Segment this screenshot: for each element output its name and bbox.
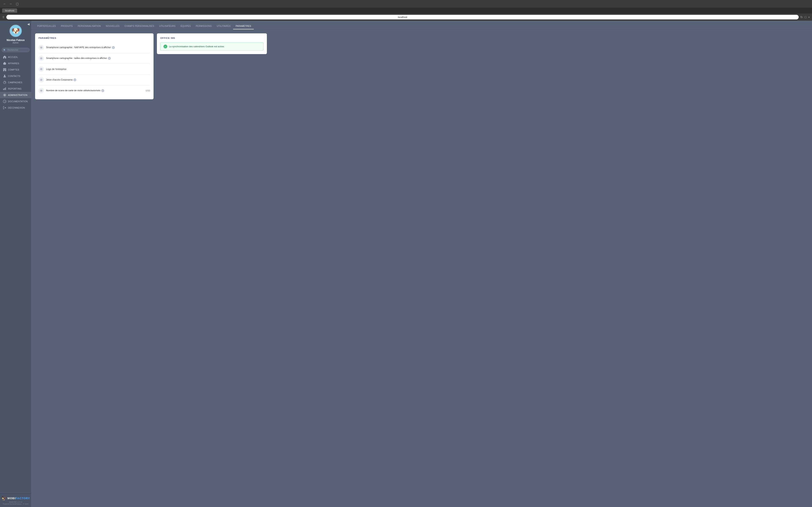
share-button[interactable]: ⇪ [2,15,5,19]
svg-rect-5 [5,69,6,69]
sidebar-item-accueil[interactable]: ACCUEIL [0,54,31,60]
top-nav-item-nouvelles[interactable]: NOUVELLES [103,23,122,30]
svg-rect-12 [3,89,4,90]
main-content: PARAMÈTRES Smartphone cartographie : NAF… [31,30,812,507]
search-icon: 🔍 [3,49,6,51]
office365-card: OFFICE 365 ✓ La synchronisation des cale… [157,34,267,54]
setting-label: Jeton d'accès Corporamai [46,78,150,81]
setting-row-smartphone-cartographie-tailles: Smartphone cartographie : tailles des en… [39,53,150,64]
svg-rect-13 [4,88,5,90]
url-bar[interactable]: localhost [6,15,799,19]
setting-info-icon[interactable]: i [108,57,111,60]
sidebar-item-documentation[interactable]: ? DOCUMENTATION [0,98,31,105]
svg-point-21 [41,69,42,69]
setting-gear-icon [39,45,44,50]
sidebar-item-label: COMPTES [8,69,19,71]
sync-message-text: La synchronisation des calendriers Outlo… [169,45,224,48]
sidebar-item-administration[interactable]: ADMINISTRATION [0,92,31,98]
setting-row-jeton-acces-corporama: Jeton d'accès Corporamai [39,74,150,86]
browser-tab-bar: localhost [0,8,812,13]
sidebar: ◀ 🐶 Nicolas Fatoux Admin 🔍 ACCUEIL AFFAI… [0,21,31,507]
setting-row-smartphone-cartographie-naf: Smartphone cartographie : NAF/APE des en… [39,42,150,53]
top-nav-item-utilisateurs[interactable]: UTILISATEURS [157,23,178,30]
top-nav-item-personnalisation[interactable]: PERSONNALISATION [75,23,103,30]
back-button[interactable]: ← [2,2,7,6]
powered-text: Powered by MobiFactory - © 2020 [2,503,29,505]
svg-rect-9 [4,70,5,71]
settings-list: Smartphone cartographie : NAF/APE des en… [39,42,150,96]
sidebar-item-contacts[interactable]: CONTACTS [0,73,31,79]
sidebar-item-label: ADMINISTRATION [8,94,28,96]
setting-row-logo-entreprise: Logo de l'entreprise [39,64,150,74]
sidebar-item-label: DÉCONNEXION [8,107,25,109]
sidebar-footer: 🦅 MOBIFACTORY MobiCRM v1.0 r0 Powered by… [0,493,31,507]
svg-rect-6 [4,69,4,70]
sidebar-item-campagnes[interactable]: CAMPAGNES [0,79,31,86]
sidebar-item-reporting[interactable]: REPORTING [0,86,31,92]
svg-point-22 [41,79,42,80]
top-nav-item-equipes[interactable]: ÉQUIPES [178,23,193,30]
setting-label: Logo de l'entreprise [46,68,150,70]
top-nav-item-utilitaires[interactable]: UTILITAIRES [214,23,233,30]
circle-question-icon: ? [3,100,6,103]
building-icon [3,68,6,71]
sidebar-item-affaires[interactable]: AFFAIRES [0,60,31,66]
profile-role: Admin [13,42,18,44]
resize-button[interactable]: □ [805,15,806,19]
setting-row-nombre-scans: Nombre de scans de carte de visite utili… [39,86,150,96]
top-nav-item-parametres[interactable]: PARAMÈTRES [233,23,254,30]
sidebar-search: 🔍 [2,48,30,52]
logout-icon [3,106,6,109]
sidebar-item-deconnexion[interactable]: DÉCONNEXION [0,105,31,111]
parametres-card-title: PARAMÈTRES [39,37,150,39]
top-nav-item-portefeuilles[interactable]: PORTEFEUILLES [35,23,58,30]
version-text: MobiCRM v1.0 r0 [2,501,29,503]
setting-value: 0/50 [146,89,150,92]
svg-point-10 [4,75,5,76]
setting-label: Smartphone cartographie : tailles des en… [46,57,150,60]
tab-layout-button[interactable]: ▢ [15,2,20,6]
svg-rect-8 [5,69,6,70]
sidebar-item-label: REPORTING [8,88,21,90]
setting-info-icon[interactable]: i [112,46,115,49]
sidebar-item-label: CONTACTS [8,75,20,77]
setting-gear-icon [39,56,44,61]
sidebar-nav: ACCUEIL AFFAIRES COMPTES CONTACTS CAMPAG… [0,53,31,493]
top-nav: PORTEFEUILLESPRODUITSPERSONNALISATIONNOU… [31,21,812,30]
sidebar-item-label: AFFAIRES [8,62,19,65]
setting-info-icon[interactable]: i [73,78,77,81]
svg-point-19 [41,47,42,48]
top-nav-item-champs-personnalises[interactable]: CHAMPS PERSONNALISÉS [122,23,157,30]
svg-rect-14 [5,88,6,90]
sidebar-item-label: DOCUMENTATION [8,100,28,103]
sidebar-item-label: ACCUEIL [8,56,18,58]
top-nav-item-permissions[interactable]: PERMISSIONS [193,23,214,30]
sidebar-item-comptes[interactable]: COMPTES [0,66,31,73]
forward-button[interactable]: → [8,2,13,6]
gear-icon [3,93,6,97]
briefcase-icon [3,62,6,65]
svg-text:?: ? [4,101,6,103]
browser-chrome: ← → ▢ [0,0,812,8]
setting-info-icon[interactable]: i [101,89,104,92]
avatar: 🐶 [9,24,22,37]
svg-rect-3 [4,69,4,69]
chart-icon [3,81,6,84]
svg-point-15 [4,95,5,96]
setting-gear-icon [39,88,44,93]
setting-label: Nombre de scans de carte de visite utili… [46,89,144,92]
reload-button[interactable]: ↻ [800,15,803,19]
top-nav-item-produits[interactable]: PRODUITS [58,23,75,30]
svg-rect-4 [4,69,5,69]
browser-tab[interactable]: localhost [2,8,17,13]
setting-gear-icon [39,66,44,72]
profile-name: Nicolas Fatoux [7,39,24,42]
parametres-card: PARAMÈTRES Smartphone cartographie : NAF… [35,34,154,99]
success-icon: ✓ [163,45,167,48]
svg-point-20 [41,58,42,59]
setting-label: Smartphone cartographie : NAF/APE des en… [46,46,150,49]
home-icon [3,55,6,59]
new-tab-button[interactable]: + [808,15,810,19]
browser-nav: ← → [2,2,13,6]
sidebar-toggle-button[interactable]: ◀ [27,22,30,26]
